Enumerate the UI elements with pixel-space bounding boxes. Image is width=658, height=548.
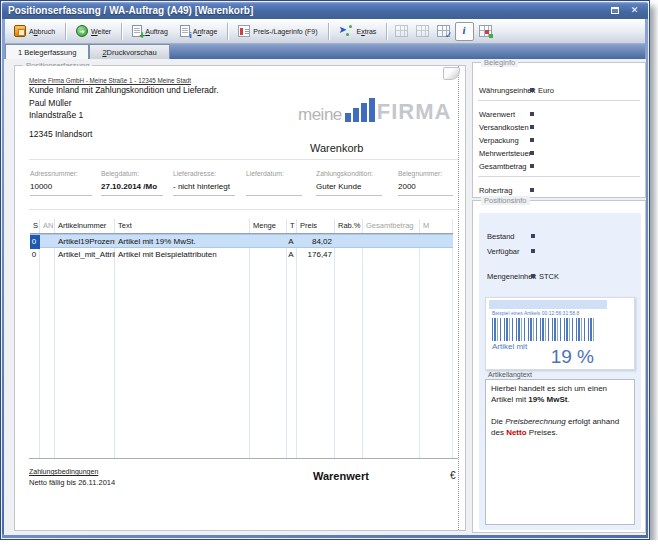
- column-header-M[interactable]: M: [420, 219, 453, 233]
- field-value[interactable]: 10000: [30, 182, 92, 192]
- table-cell: 0: [30, 248, 40, 262]
- column-header-Preis[interactable]: Preis: [297, 219, 335, 233]
- toolbar-button-auftrag[interactable]: Auftrag: [126, 22, 174, 41]
- field-bullet-icon: [530, 125, 534, 129]
- extras-icon: [339, 25, 354, 37]
- column-header-Text[interactable]: Text: [115, 219, 250, 233]
- toolbar-button-abbruch[interactable]: Abbruch: [8, 22, 61, 41]
- tab-filler: [170, 44, 645, 59]
- info-value: Euro: [538, 86, 554, 95]
- doc-field-3: Lieferadresse:- nicht hinterlegt: [173, 170, 235, 196]
- barcode-icon: [492, 318, 596, 341]
- field-bullet-icon: [531, 249, 535, 253]
- table-row[interactable]: 0Artikel_mit_AttribuArtikel mit Beispiel…: [30, 248, 453, 262]
- field-value[interactable]: [246, 182, 302, 192]
- column-header-Artikelnummer[interactable]: Artikelnummer: [55, 219, 115, 233]
- field-underline: [398, 195, 453, 196]
- table-cell: [250, 248, 287, 262]
- table-cell: [363, 248, 420, 262]
- page-edge-line: [458, 66, 459, 530]
- logo-word-1: meine: [298, 106, 342, 123]
- company-logo: meine FIRMA: [298, 93, 440, 123]
- text-segment: Preisberechnung: [505, 417, 565, 426]
- field-underline: [246, 195, 302, 196]
- table-cell: 0: [30, 235, 40, 249]
- table-cell: [40, 235, 55, 249]
- table-row[interactable]: 0Artikel19ProzentArtikel mit 19% MwSt.A8…: [30, 234, 453, 248]
- field-value[interactable]: 27.10.2014 /Mo: [101, 182, 163, 192]
- table-cell: [363, 235, 420, 249]
- close-button[interactable]: ✕: [627, 4, 642, 17]
- column-header-AN[interactable]: AN: [40, 219, 55, 233]
- toolbar-button-extras[interactable]: Extras: [333, 22, 383, 41]
- table-cell: 176,47: [297, 248, 335, 262]
- beleginfo-items: WährungseinheitEuroWarenwertVersandkoste…: [473, 63, 645, 197]
- payment-terms-value: Netto fällig bis 26.11.2014: [29, 478, 115, 487]
- toolbar-button-anfrage[interactable]: Anfrage: [174, 22, 224, 41]
- table-cell: Artikel mit Beispielattributen: [115, 248, 250, 262]
- toolbar-separator: [121, 23, 122, 40]
- info-label: Gesamtbetrag: [479, 162, 527, 171]
- table-cell: A: [287, 248, 297, 262]
- toolbar-separator: [386, 23, 387, 40]
- info-label: Mengeneinheit: [487, 272, 536, 281]
- grid-check-icon: [437, 25, 450, 37]
- column-header-Menge[interactable]: Menge: [250, 219, 287, 233]
- table-cell: [420, 235, 453, 249]
- field-value[interactable]: - nicht hinterlegt: [173, 182, 235, 192]
- field-bullet-icon: [531, 234, 535, 238]
- toolbar-button-label: Abbruch: [29, 28, 55, 35]
- beleginfo-group: Beleginfo WährungseinheitEuroWarenwertVe…: [472, 62, 646, 198]
- table-bottom-line: [29, 458, 458, 459]
- article-image-percent: 19 %: [486, 346, 594, 368]
- table-cell: Artikel_mit_Attribu: [55, 248, 115, 262]
- table-cell: A: [287, 235, 297, 249]
- grid-add-icon: [479, 25, 492, 37]
- field-underline: [316, 195, 382, 196]
- field-value[interactable]: 2000: [398, 182, 453, 192]
- info-label: Verpackung: [479, 136, 519, 145]
- text-segment: Die: [491, 417, 505, 426]
- tab-bar: 1 Belegerfassung2 Druckvorschau: [5, 44, 645, 59]
- window-title: Positionserfassung / WA-Auftrag (A49) [W…: [8, 5, 607, 16]
- restore-button[interactable]: [607, 4, 622, 17]
- text-segment: Preises.: [527, 428, 558, 437]
- field-value[interactable]: Guter Kunde: [316, 182, 382, 192]
- toolbar-button-label: Preis-/Lagerinfo (F9): [253, 28, 317, 35]
- toolbar-separator: [227, 23, 228, 40]
- toolbar-button-grid-view-1: [392, 22, 411, 41]
- tab-belegerfassung[interactable]: 1 Belegerfassung: [5, 44, 89, 59]
- table-cell: Artikel mit 19% MwSt.: [115, 235, 250, 249]
- logo-word-2: FIRMA: [377, 102, 452, 123]
- table-cell: Artikel19Prozent: [55, 235, 115, 249]
- field-label: Lieferadresse:: [173, 170, 235, 177]
- document-preview: Meine Firma GmbH - Meine Straße 1 - 1234…: [15, 66, 465, 530]
- toolbar-button-grid-add[interactable]: [476, 22, 495, 41]
- document-title: Warenkorb: [310, 142, 363, 154]
- toolbar-button-preis-lagerinfo[interactable]: Preis-/Lagerinfo (F9): [232, 22, 323, 41]
- currency-symbol: €: [450, 470, 456, 481]
- field-label: Adressnummer:: [30, 170, 92, 177]
- doc-field-1: Adressnummer:10000: [30, 170, 92, 196]
- titlebar: Positionserfassung / WA-Auftrag (A49) [W…: [2, 2, 648, 19]
- doc-field-2: Belegdatum:27.10.2014 /Mo: [101, 170, 163, 196]
- toolbar-separator: [328, 23, 329, 40]
- field-underline: [173, 195, 235, 196]
- field-bullet-icon: [530, 188, 534, 192]
- toolbar: AbbruchWeiterAuftragAnfragePreis-/Lageri…: [5, 19, 645, 44]
- field-bullet-icon: [530, 88, 534, 92]
- toolbar-button-info[interactable]: [455, 22, 474, 41]
- column-header-Rab.%[interactable]: Rab.%: [335, 219, 363, 233]
- toolbar-button-weiter[interactable]: Weiter: [70, 22, 117, 41]
- column-header-Gesamtbetrag[interactable]: Gesamtbetrag: [363, 219, 420, 233]
- field-bullet-icon: [530, 138, 534, 142]
- toolbar-button-label: Extras: [357, 28, 377, 35]
- app-window: Positionserfassung / WA-Auftrag (A49) [W…: [0, 0, 650, 540]
- text-segment: 19% MwSt: [528, 395, 567, 404]
- recipient-city: 12345 Inlandsort: [29, 129, 92, 139]
- toolbar-button-grid-edit[interactable]: [434, 22, 453, 41]
- field-bullet-icon: [531, 274, 535, 278]
- info-label: Währungseinheit: [479, 86, 535, 95]
- tab-druckvorschau[interactable]: 2 Druckvorschau: [89, 44, 169, 59]
- positionserfassung-group: Positionserfassung Meine Firma GmbH - Me…: [14, 65, 466, 531]
